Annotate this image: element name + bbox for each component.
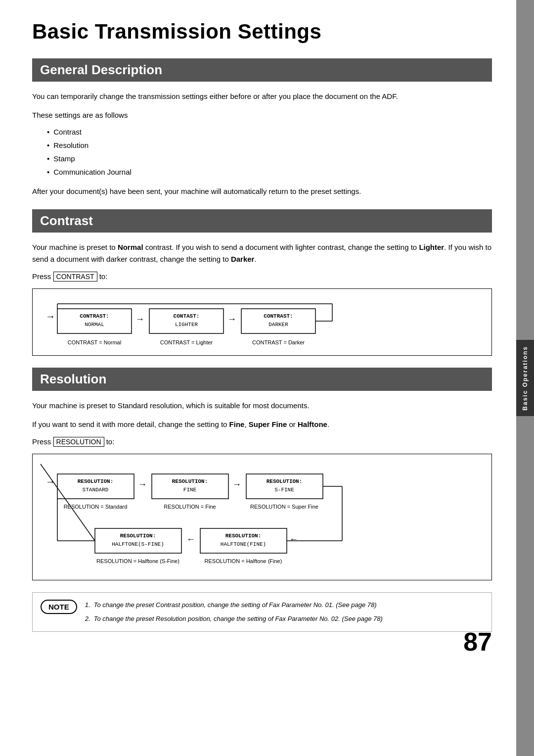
bullet-list: Contrast Resolution Stamp Communication … [47, 125, 492, 179]
svg-text:CONTRAST = Lighter: CONTRAST = Lighter [160, 339, 213, 345]
svg-rect-28 [246, 474, 323, 499]
general-desc-para2: These settings are as follows [32, 109, 492, 121]
svg-rect-24 [152, 474, 228, 499]
contrast-section: Contrast Your machine is preset to Norma… [32, 209, 492, 356]
resolution-heading: Resolution [32, 368, 492, 391]
svg-text:RESOLUTION = Halftone (Fine): RESOLUTION = Halftone (Fine) [205, 558, 282, 564]
svg-rect-5 [149, 309, 223, 333]
contrast-key: CONTRAST [53, 272, 97, 282]
bullet-resolution: Resolution [47, 139, 492, 152]
page-number: 87 [463, 627, 492, 657]
svg-text:LIGHTER: LIGHTER [175, 322, 198, 328]
svg-text:NORMAL: NORMAL [85, 322, 104, 328]
resolution-press-line: Press RESOLUTION to: [32, 437, 492, 446]
svg-text:STANDARD: STANDARD [83, 487, 109, 493]
svg-text:→: → [45, 311, 55, 322]
page-title: Basic Transmission Settings [32, 20, 492, 44]
svg-rect-20 [57, 474, 134, 499]
bullet-contrast: Contrast [47, 125, 492, 139]
svg-text:←: ← [289, 534, 298, 544]
bullet-comm-journal: Communication Journal [47, 165, 492, 179]
sidebar-highlight: Basic Operations [516, 340, 534, 417]
general-description-section: General Description You can temporarily … [32, 58, 492, 197]
contrast-diagram: → CONTRAST: NORMAL → CONTAST: LIGHTER → … [32, 288, 492, 356]
note-item-2: 2. To change the preset Resolution posit… [85, 614, 383, 624]
svg-text:RESOLUTION = Fine: RESOLUTION = Fine [164, 504, 216, 510]
svg-text:FINE: FINE [183, 487, 197, 493]
note-section: NOTE 1. To change the preset Contrast po… [32, 592, 492, 632]
contrast-para: Your machine is preset to Normal contras… [32, 241, 492, 265]
svg-text:HALFTONE(S-FINE): HALFTONE(S-FINE) [112, 541, 164, 547]
svg-text:→: → [227, 314, 236, 324]
note-label: NOTE [41, 600, 77, 614]
svg-text:→: → [135, 314, 144, 324]
svg-rect-40 [200, 528, 287, 553]
note-item-1: 1. To change the preset Contrast positio… [85, 600, 383, 611]
svg-rect-9 [241, 309, 315, 333]
resolution-para1: Your machine is preset to Standard resol… [32, 400, 492, 412]
svg-rect-36 [95, 528, 181, 553]
svg-text:←: ← [186, 534, 195, 544]
svg-text:→: → [232, 479, 241, 489]
general-desc-para3: After your document(s) have been sent, y… [32, 186, 492, 197]
svg-text:CONTRAST = Normal: CONTRAST = Normal [68, 339, 121, 345]
svg-text:HALFTONE(FINE): HALFTONE(FINE) [221, 541, 266, 547]
sidebar: Basic Operations [516, 0, 534, 756]
svg-text:CONTRAST:: CONTRAST: [264, 313, 293, 319]
resolution-key: RESOLUTION [53, 437, 104, 447]
svg-text:→: → [138, 479, 147, 489]
svg-text:RESOLUTION:: RESOLUTION: [225, 533, 262, 539]
svg-text:S-FINE: S-FINE [274, 487, 294, 493]
svg-text:RESOLUTION = Halftone (S-Fine): RESOLUTION = Halftone (S-Fine) [96, 558, 179, 564]
sidebar-text: Basic Operations [522, 346, 529, 411]
resolution-svg: → RESOLUTION: STANDARD → RESOLUTION: FIN… [41, 464, 471, 573]
svg-text:RESOLUTION = Super Fine: RESOLUTION = Super Fine [250, 504, 318, 510]
contrast-heading: Contrast [32, 209, 492, 233]
general-desc-para1: You can temporarily change the transmiss… [32, 91, 492, 102]
svg-text:CONTRAST:: CONTRAST: [80, 313, 109, 319]
note-content: 1. To change the preset Contrast positio… [85, 600, 383, 624]
resolution-section: Resolution Your machine is preset to Sta… [32, 368, 492, 580]
svg-text:RESOLUTION = Standard: RESOLUTION = Standard [64, 504, 128, 510]
general-description-heading: General Description [32, 58, 492, 82]
svg-rect-1 [57, 309, 132, 333]
svg-text:CONTAST:: CONTAST: [174, 313, 200, 319]
svg-text:CONTRAST = Darker: CONTRAST = Darker [252, 339, 305, 345]
contrast-svg: → CONTRAST: NORMAL → CONTAST: LIGHTER → … [41, 299, 471, 348]
svg-text:RESOLUTION:: RESOLUTION: [78, 478, 114, 484]
resolution-para2: If you want to send it with more detail,… [32, 419, 492, 430]
svg-text:DARKER: DARKER [268, 322, 288, 328]
svg-text:RESOLUTION:: RESOLUTION: [267, 478, 303, 484]
resolution-diagram: → RESOLUTION: STANDARD → RESOLUTION: FIN… [32, 454, 492, 580]
bullet-stamp: Stamp [47, 152, 492, 165]
svg-text:RESOLUTION:: RESOLUTION: [120, 533, 156, 539]
contrast-press-line: Press CONTRAST to: [32, 272, 492, 281]
svg-text:RESOLUTION:: RESOLUTION: [172, 478, 208, 484]
